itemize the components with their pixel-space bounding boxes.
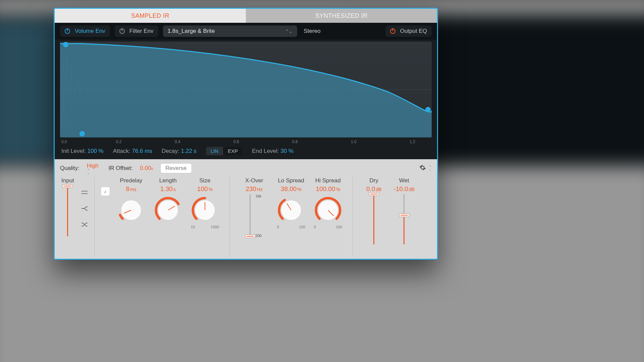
reverse-button[interactable]: Reverse bbox=[160, 163, 192, 173]
length-value[interactable]: 1.30s bbox=[160, 185, 176, 193]
filter-env-group: Filter Env bbox=[115, 25, 158, 37]
time-axis: 0.0 0.2 0.4 0.6 0.8 1.0 1.2 bbox=[60, 137, 432, 144]
volume-env-button[interactable]: Volume Env bbox=[75, 28, 105, 35]
ir-offset-value[interactable]: 0.00s bbox=[140, 165, 153, 172]
hi-spread-value[interactable]: 100.00% bbox=[316, 185, 340, 193]
lower-toolbar: Quality: High ⌃⌄ IR Offset: 0.00s Revers… bbox=[55, 159, 437, 177]
gear-icon[interactable] bbox=[419, 164, 426, 173]
envelope-section: 0.0 0.2 0.4 0.6 0.8 1.0 1.2 Init Level: … bbox=[55, 40, 437, 159]
curve-exp-button[interactable]: EXP bbox=[223, 147, 243, 155]
attack-label: Attack: bbox=[113, 148, 130, 154]
preset-name: 1.8s_Large & Brite bbox=[168, 28, 215, 35]
input-label: Input bbox=[61, 177, 74, 184]
dry-label: Dry bbox=[370, 177, 378, 184]
end-level-value[interactable]: 30 % bbox=[280, 148, 293, 154]
decay-value[interactable]: 1.22 s bbox=[181, 148, 197, 154]
output-eq-group: Output EQ bbox=[385, 25, 432, 37]
split-icon[interactable] bbox=[81, 205, 88, 213]
tempo-sync-button[interactable]: ♪ bbox=[101, 187, 110, 196]
tab-sampled-ir[interactable]: SAMPLED IR bbox=[55, 9, 246, 23]
predelay-label: Predelay bbox=[120, 177, 142, 184]
dry-slider[interactable] bbox=[371, 194, 377, 244]
init-level-value[interactable]: 100 % bbox=[88, 148, 104, 154]
decay-label: Decay: bbox=[162, 148, 179, 154]
curve-lin-button[interactable]: LIN bbox=[206, 147, 223, 155]
wet-slider[interactable] bbox=[401, 194, 408, 244]
attack-value[interactable]: 76.6 ms bbox=[132, 148, 152, 154]
predelay-value[interactable]: 8ms bbox=[126, 185, 136, 193]
env-node-end[interactable] bbox=[425, 107, 431, 112]
size-knob[interactable] bbox=[191, 196, 219, 224]
quality-select[interactable]: High ⌃⌄ bbox=[87, 163, 99, 174]
xover-value[interactable]: 230Hz bbox=[246, 185, 263, 193]
hi-spread-label: Hi Spread bbox=[315, 177, 341, 184]
dry-value[interactable]: 0.0dB bbox=[366, 185, 382, 193]
wet-value[interactable]: -10.0dB bbox=[394, 185, 415, 193]
volume-env-group: Volume Env bbox=[60, 25, 110, 37]
env-node-attack[interactable] bbox=[79, 131, 85, 136]
shuffle-icon[interactable] bbox=[81, 222, 88, 229]
input-slider[interactable] bbox=[64, 186, 71, 236]
length-label: Length bbox=[159, 177, 177, 184]
ir-mode-tabs: SAMPLED IR SYNTHESIZED IR bbox=[55, 9, 437, 23]
tab-synthesized-ir[interactable]: SYNTHESIZED IR bbox=[246, 9, 437, 23]
xover-max: 16k bbox=[256, 194, 262, 198]
wet-label: Wet bbox=[399, 177, 409, 184]
envelope-display[interactable] bbox=[60, 42, 432, 137]
envelope-readouts: Init Level: 100 % Attack: 76.6 ms Decay:… bbox=[60, 144, 432, 155]
power-icon[interactable] bbox=[65, 28, 70, 34]
curve-mode-segment: LIN EXP bbox=[206, 147, 243, 155]
lower-controls: Quality: High ⌃⌄ IR Offset: 0.00s Revers… bbox=[55, 159, 437, 260]
predelay-knob[interactable] bbox=[117, 196, 145, 224]
filter-env-button[interactable]: Filter Env bbox=[129, 28, 154, 35]
chevron-updown-icon: ⌃⌄ bbox=[87, 169, 99, 174]
power-icon[interactable] bbox=[390, 28, 395, 34]
stereo-icon[interactable] bbox=[81, 189, 88, 197]
quality-label: Quality: bbox=[60, 165, 79, 172]
size-label: Size bbox=[199, 177, 210, 184]
end-level-label: End Level: bbox=[252, 148, 279, 154]
output-eq-button[interactable]: Output EQ bbox=[400, 28, 427, 35]
ir-preset-select[interactable]: 1.8s_Large & Brite ⌃⌄ bbox=[163, 25, 297, 37]
init-level-label: Init Level: bbox=[61, 148, 86, 154]
hi-spread-knob[interactable] bbox=[314, 196, 342, 224]
power-icon[interactable] bbox=[119, 28, 125, 34]
chevron-updown-icon: ⌃⌄ bbox=[429, 166, 432, 171]
ir-offset-label: IR Offset: bbox=[109, 165, 133, 172]
size-value[interactable]: 100% bbox=[197, 185, 213, 193]
env-node-init[interactable] bbox=[63, 42, 68, 47]
lo-spread-label: Lo Spread bbox=[278, 177, 304, 184]
lo-spread-value[interactable]: 38.00% bbox=[281, 185, 302, 193]
xover-min: 200 bbox=[256, 234, 262, 238]
envelope-toolbar: Volume Env Filter Env 1.8s_Large & Brite… bbox=[55, 23, 437, 40]
xover-slider[interactable] bbox=[247, 194, 254, 238]
channel-mode-label[interactable]: Stereo bbox=[304, 28, 321, 35]
length-knob[interactable] bbox=[154, 196, 182, 224]
plugin-window: SAMPLED IR SYNTHESIZED IR Volume Env Fil… bbox=[54, 8, 438, 260]
chevron-updown-icon: ⌃⌄ bbox=[285, 29, 292, 34]
xover-label: X-Over bbox=[245, 177, 263, 184]
lo-spread-knob[interactable] bbox=[277, 196, 305, 224]
